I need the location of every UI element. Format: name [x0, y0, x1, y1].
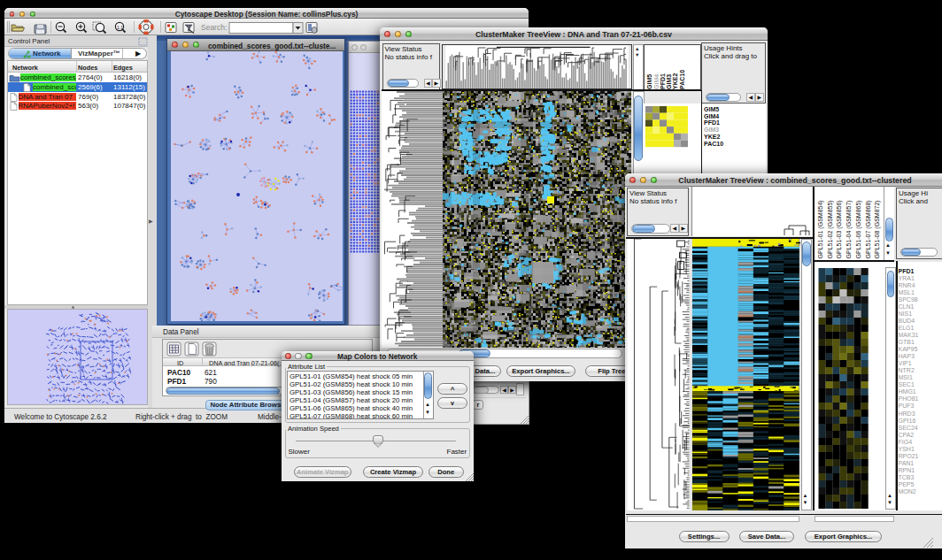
svg-text:1:1: 1:1 — [117, 25, 123, 30]
svg-text:Search:: Search: — [201, 23, 227, 32]
